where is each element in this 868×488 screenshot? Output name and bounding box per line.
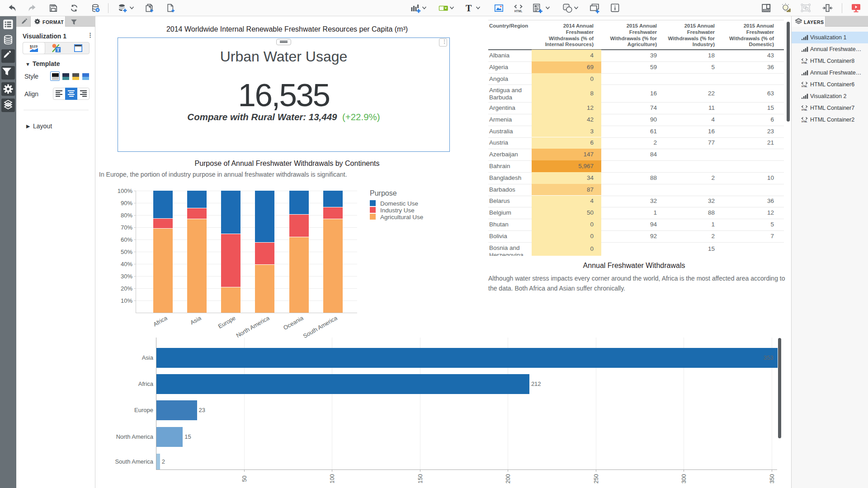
svg-text:HTML: HTML xyxy=(802,109,807,111)
svg-text:HTML: HTML xyxy=(514,9,523,13)
svg-text:T: T xyxy=(57,47,60,52)
svg-text:HTML: HTML xyxy=(802,62,807,64)
svg-text:$123: $123 xyxy=(30,44,38,48)
svg-text:HTML: HTML xyxy=(802,121,807,123)
svg-text:HTML: HTML xyxy=(802,85,807,88)
